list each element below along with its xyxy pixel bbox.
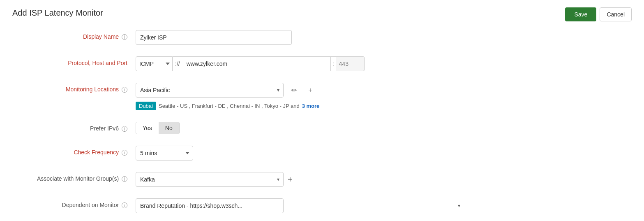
check-frequency-label: Check Frequency i (12, 146, 136, 156)
check-frequency-row: Check Frequency i 1 min 5 mins 10 mins 1… (12, 146, 464, 161)
monitor-group-select[interactable]: Kafka Production Development Testing (136, 172, 284, 187)
locations-text: Seattle - US , Frankfurt - DE , Chennai … (159, 103, 300, 109)
monitoring-locations-field: Asia Pacific North America Europe South … (136, 83, 464, 110)
monitoring-locations-info-icon[interactable]: i (122, 87, 127, 93)
protocol-host-port-field: ICMP HTTP HTTPS TCP UDP :// : (136, 56, 464, 71)
dependent-monitor-label: Dependent on Monitor i (12, 198, 136, 208)
save-button[interactable]: Save (565, 7, 596, 21)
group-select-wrapper: Kafka Production Development Testing ▾ (136, 172, 284, 187)
add-group-button[interactable]: + (288, 175, 293, 184)
host-input[interactable] (182, 56, 330, 71)
monitor-group-row: Associate with Monitor Group(s) i Kafka … (12, 172, 464, 187)
display-name-label: Display Name i (12, 30, 136, 40)
edit-location-button[interactable]: ✏ (288, 84, 300, 96)
port-input[interactable] (336, 56, 365, 71)
dependent-monitor-field: Brand Reputation - https://shop.w3sch...… (136, 198, 464, 213)
monitoring-locations-label: Monitoring Locations i (12, 83, 136, 93)
monitor-group-field: Kafka Production Development Testing ▾ + (136, 172, 464, 187)
prefer-ipv6-label: Prefer IPv6 i (12, 122, 136, 132)
check-frequency-field: 1 min 5 mins 10 mins 15 mins 30 mins 1 h… (136, 146, 464, 161)
dubai-tag: Dubai (136, 102, 156, 110)
monitor-group-info-icon[interactable]: i (122, 176, 127, 182)
port-separator: : (330, 56, 336, 71)
locations-tags: Dubai Seattle - US , Frankfurt - DE , Ch… (136, 102, 464, 110)
form-container: Display Name i Protocol, Host and Port I… (12, 30, 464, 213)
dependent-dropdown-icon: ▾ (458, 203, 460, 209)
display-name-info-icon[interactable]: i (122, 34, 127, 40)
dependent-monitor-info-icon[interactable]: i (122, 202, 127, 208)
location-select[interactable]: Asia Pacific North America Europe South … (136, 83, 284, 98)
prefer-ipv6-field: Yes No (136, 122, 464, 134)
prefer-ipv6-info-icon[interactable]: i (122, 126, 127, 132)
location-row: Asia Pacific North America Europe South … (136, 83, 464, 98)
display-name-row: Display Name i (12, 30, 464, 45)
ipv6-toggle-group: Yes No (136, 122, 180, 134)
dependent-monitor-row: Dependent on Monitor i Brand Reputation … (12, 198, 464, 213)
cancel-button[interactable]: Cancel (600, 7, 632, 21)
add-location-button[interactable]: + (304, 84, 316, 96)
monitor-group-label: Associate with Monitor Group(s) i (12, 172, 136, 182)
protocol-host-port-label: Protocol, Host and Port (12, 56, 136, 66)
location-select-wrapper: Asia Pacific North America Europe South … (136, 83, 284, 98)
prefer-ipv6-row: Prefer IPv6 i Yes No (12, 122, 464, 134)
protocol-separator: :// (173, 56, 182, 71)
top-buttons: Save Cancel (565, 7, 632, 21)
monitoring-locations-row: Monitoring Locations i Asia Pacific Nort… (12, 83, 464, 110)
display-name-field (136, 30, 464, 45)
page-title: Add ISP Latency Monitor (12, 8, 632, 18)
check-frequency-select[interactable]: 1 min 5 mins 10 mins 15 mins 30 mins 1 h… (136, 146, 193, 161)
protocol-select[interactable]: ICMP HTTP HTTPS TCP UDP (136, 56, 173, 71)
page-wrapper: Add ISP Latency Monitor Save Cancel Disp… (0, 0, 644, 221)
protocol-row: ICMP HTTP HTTPS TCP UDP :// : (136, 56, 464, 71)
dependent-select-wrapper: Brand Reputation - https://shop.w3sch...… (136, 198, 464, 213)
display-name-input[interactable] (136, 30, 292, 45)
dependent-monitor-select[interactable]: Brand Reputation - https://shop.w3sch...… (136, 198, 284, 213)
more-link[interactable]: 3 more (302, 103, 320, 109)
ipv6-yes-button[interactable]: Yes (136, 122, 159, 134)
check-frequency-info-icon[interactable]: i (122, 150, 127, 156)
protocol-host-port-row: Protocol, Host and Port ICMP HTTP HTTPS … (12, 56, 464, 71)
group-row: Kafka Production Development Testing ▾ + (136, 172, 464, 187)
ipv6-no-button[interactable]: No (159, 122, 179, 134)
